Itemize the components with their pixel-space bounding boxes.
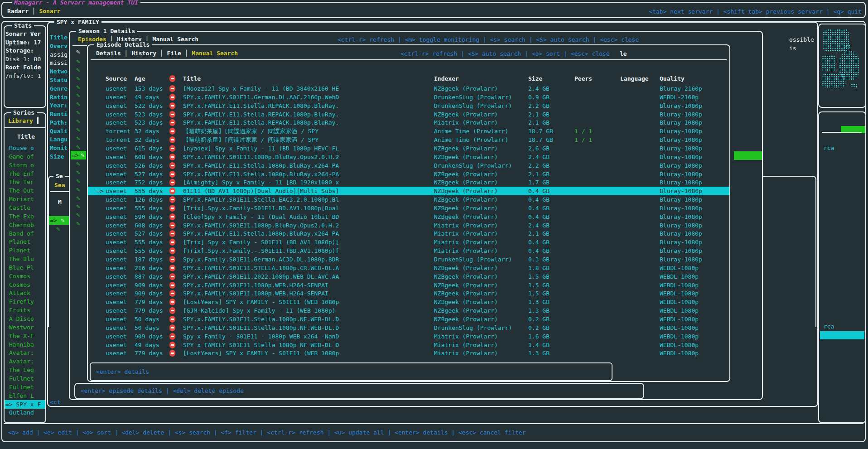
table-row[interactable]: usenet523 daysSPY.x.FAMILY.E11.Stella.RE… [88, 110, 729, 119]
series-item[interactable]: Game of [9, 153, 34, 160]
series-item[interactable]: Fruits [9, 306, 30, 314]
cell-size: 1.8 GB [528, 264, 550, 272]
modal-divider [91, 59, 727, 60]
series-item[interactable]: The Out [9, 187, 34, 194]
series-field-label: Monit [50, 144, 68, 152]
series-item[interactable]: The Blu [9, 255, 34, 263]
table-row[interactable]: torrent32 days【喵萌奶茶屋】[间谍过家家 / 间谍家家酒 / SP… [88, 135, 729, 144]
table-row[interactable]: usenet523 daysSPY.x.FAMILY.E11.Stella.RE… [88, 118, 729, 127]
series-item[interactable]: Cosmos [9, 281, 30, 289]
modal-tab-manual-search[interactable]: Manual Search [192, 50, 238, 57]
table-row[interactable]: usenet49 daysSPY.x.FAMILY.S01E11.German.… [88, 93, 729, 101]
table-row[interactable]: usenet527 daysSPY.x.FAMILY.E11.Stella.10… [88, 229, 729, 238]
table-row[interactable]: usenet615 days[nyadex] Spy x Family - 11… [88, 144, 729, 153]
table-row[interactable]: usenet555 days[Trix] Spy x Family - S01E… [88, 238, 729, 246]
series-item[interactable]: Hanniba [9, 341, 34, 348]
season-tab-manual-search[interactable]: Manual Search [152, 36, 198, 43]
column-header-peers[interactable]: Peers [574, 74, 592, 83]
cell-title: Spy.x.Family.S01E11.German.AC3D.DL.1080p… [183, 255, 339, 264]
series-item[interactable]: Band of [9, 230, 34, 237]
series-item[interactable]: The Exo [9, 212, 34, 220]
modal-tab-file[interactable]: File [167, 50, 181, 57]
table-row[interactable]: usenet887 daysSPY.x.FAMILY.S01E11.2022.1… [88, 272, 729, 281]
series-item[interactable]: Outland [9, 409, 34, 416]
table-row[interactable]: usenet49 daysSPY x FAMILY S01E11 Stella … [88, 341, 729, 349]
column-header-language[interactable]: Language [620, 74, 649, 83]
app-title: Managarr - A Servarr management TUI [12, 0, 140, 6]
tab-library[interactable]: Library [8, 117, 33, 125]
stats-line: Storage: [5, 47, 34, 54]
series-item[interactable]: Fullmet [9, 383, 34, 391]
table-row[interactable]: usenet909 daysSPY.x.FAMILY.S01E11.1080p.… [88, 281, 729, 290]
table-row[interactable]: usenet522 daysSPY.x.FAMILY.E11.Stella.RE… [88, 101, 729, 110]
series-item[interactable]: Avatar: [9, 357, 34, 365]
series-item[interactable]: Chernob [9, 221, 34, 229]
column-header-quality[interactable]: Quality [660, 74, 685, 83]
table-row[interactable]: usenet909 daysSPY.x.FAMILY.S01E11.1080p.… [88, 289, 729, 298]
series-item[interactable]: House o [9, 144, 34, 152]
series-item[interactable]: Attack [9, 289, 30, 297]
series-item[interactable]: Castle [9, 204, 30, 212]
cell-indexer: NZBgeek (Prowlarr) [434, 187, 498, 195]
column-header-title[interactable]: Title [183, 74, 201, 83]
table-row[interactable]: usenet590 days[Cleo]Spy x Family - 11 (D… [88, 212, 729, 221]
cell-size: 0.4 GB [528, 195, 550, 204]
table-row[interactable]: usenet608 daysSPY.x.FAMILY.S01E11.1080p.… [88, 153, 729, 161]
cell-age: 527 days [135, 229, 163, 238]
table-row[interactable]: usenet187 daysSpy.x.Family.S01E11.German… [88, 255, 729, 264]
table-row[interactable]: usenet779 days[LostYears] SPY x FAMILY -… [88, 349, 729, 357]
series-item[interactable]: Storm o [9, 161, 34, 169]
table-row[interactable]: usenet752 days[Almighty] Spy x Family - … [88, 178, 729, 187]
table-row[interactable]: usenet50 daysSPY.x.FAMILY.S01E11.Stella.… [88, 315, 729, 323]
series-item[interactable]: Westwor [9, 323, 34, 331]
cell-age: 608 days [135, 153, 163, 161]
search-window-header-fragment: M [58, 198, 62, 206]
tab-sonarr[interactable]: Sonarr [39, 8, 60, 14]
table-row[interactable]: usenet555 days[Trix].Spy.x.Family-S01E11… [88, 204, 729, 212]
cell-age: 590 days [135, 212, 163, 221]
search-window-selected-row[interactable]: => ✎ [49, 216, 69, 225]
column-header-source[interactable]: Source [106, 74, 127, 83]
series-item[interactable]: Cosmos [9, 272, 30, 280]
cell-indexer: Anime Time (Prowlarr) [434, 135, 508, 144]
table-row[interactable]: usenet779 days[LostYears] SPY x FAMILY -… [88, 298, 729, 306]
table-row[interactable]: usenet50 daysSPY.x.FAMILY.S01E11.Stella.… [88, 323, 729, 332]
series-item-selected[interactable]: => SPY x F [5, 400, 45, 409]
series-item[interactable]: Elfen L [9, 392, 34, 400]
modal-keybinds: <ctrl-r> refresh | <S> auto search | <o>… [400, 50, 610, 58]
modal-tab-details[interactable]: Details [96, 50, 121, 57]
series-item[interactable]: Firefly [9, 298, 34, 305]
series-item[interactable]: Moriart [9, 195, 34, 203]
column-header-indexer[interactable]: Indexer [434, 74, 459, 83]
tab-radarr[interactable]: Radarr [7, 8, 29, 14]
column-header-age[interactable]: Age [135, 74, 145, 83]
table-row[interactable]: usenet527 daysSPY.x.FAMILY.E11.Stella.10… [88, 170, 729, 179]
table-row[interactable]: usenet153 days[Moozzi2] Spy x Family - 1… [88, 84, 729, 93]
table-row[interactable]: usenet526 daysSPY.x.FAMILY.E11.Stella.10… [88, 161, 729, 170]
modal-tab-history[interactable]: History [131, 50, 156, 57]
series-item[interactable]: Planet [9, 238, 30, 246]
table-row[interactable]: usenet909 daysSpy x Family - S01E11 - 10… [88, 332, 729, 341]
cell-age: 909 days [135, 289, 163, 298]
series-item[interactable]: A Disco [9, 315, 34, 323]
table-row[interactable]: usenet608 daysSPY.x.FAMILY.S01E11.1080p.… [88, 221, 729, 230]
no-entry-icon [169, 196, 175, 203]
series-item[interactable]: The X-F [9, 332, 34, 340]
series-item[interactable]: Planet [9, 246, 30, 254]
pencil-icon: ✎ [76, 100, 80, 108]
table-row[interactable]: usenet126 daysSPY.X.FAMILY.S01E11.Stella… [88, 195, 729, 204]
table-row[interactable]: usenet555 days[Trix].Spy.x.Family.-.S01E… [88, 246, 729, 255]
cell-indexer: NZBgeek (Prowlarr) [434, 178, 498, 187]
column-header-size[interactable]: Size [528, 74, 542, 83]
table-row[interactable]: usenet779 days[GJM-Kaleido] Spy x Family… [88, 306, 729, 315]
table-row[interactable]: =>usenet555 days01E11 (BD AV1 1080p)[Dua… [88, 187, 729, 195]
table-row[interactable]: torrent32 days【喵萌奶茶屋】[間諜過家家 / 間諜家家酒 / SP… [88, 127, 729, 135]
series-item[interactable]: The Leg [9, 366, 34, 374]
selected-episode-row[interactable]: =>✎ [71, 151, 86, 159]
series-item[interactable]: The Ter [9, 178, 34, 186]
series-item[interactable]: Fullmet [9, 375, 34, 382]
series-item[interactable]: The Enf [9, 170, 34, 178]
series-item[interactable]: Avatar: [9, 349, 34, 357]
table-row[interactable]: usenet216 daysSPY.x.FAMILY.S01E11.STELLA… [88, 264, 729, 272]
series-item[interactable]: Blue Pl [9, 264, 34, 271]
